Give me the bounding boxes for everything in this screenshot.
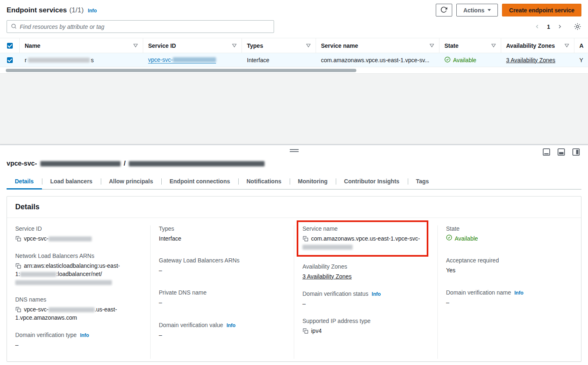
availability-zones-link[interactable]: 3 Availability Zones (506, 57, 555, 63)
types-text: Interface (247, 57, 269, 63)
field-label: State (446, 225, 573, 232)
value-text: 1: (15, 271, 20, 277)
state-text: Available (455, 234, 478, 243)
field-domain-verification-type: Domain verification typeInfo – (15, 332, 142, 349)
field-value: – (159, 266, 286, 274)
tab-monitoring[interactable]: Monitoring (290, 174, 336, 189)
settings-gear-icon[interactable] (574, 23, 581, 30)
info-link[interactable]: Info (514, 290, 523, 296)
field-label: Domain verification statusInfo (302, 290, 429, 297)
search-box[interactable] (7, 20, 274, 33)
column-label: Types (247, 42, 263, 49)
field-value: – (15, 341, 142, 349)
field-dns-names: DNS names vpce-svc-.us-east- 1.vpce.amaz… (15, 296, 142, 322)
field-value: – (446, 298, 573, 307)
horizontal-scrollbar-thumb[interactable] (6, 69, 356, 72)
field-value: vpce-svc-.us-east- 1.vpce.amazonaws.com (15, 305, 142, 322)
tab-endpoint-connections[interactable]: Endpoint connections (161, 174, 238, 189)
search-icon (11, 23, 17, 30)
redacted-text (49, 307, 95, 312)
field-label: DNS names (15, 296, 142, 303)
field-label: Availability Zones (302, 263, 429, 270)
field-value: Available (446, 234, 573, 243)
column-label: State (444, 42, 458, 49)
column-header-service-name[interactable]: Service name (316, 38, 439, 53)
row-select-cell (0, 53, 20, 67)
panel-position-bottom-icon[interactable] (542, 147, 551, 157)
field-value: 3 Availability Zones (302, 272, 429, 281)
value-text: arn:aws:elasticloadbalancing:us-east- (24, 262, 120, 269)
next-page-button[interactable] (557, 23, 563, 30)
check-circle-icon (444, 56, 451, 64)
service-name-text: com.amazonaws.vpce.us-east-1.vpce-sv... (321, 57, 430, 63)
filter-icon[interactable] (565, 44, 569, 47)
status-badge: Available (444, 56, 476, 64)
field-value: – (159, 298, 286, 307)
info-link[interactable]: Info (80, 332, 89, 338)
value-text: vpce-svc- (24, 235, 49, 242)
column-header-name[interactable]: Name (20, 38, 143, 53)
service-id-link[interactable]: vpce-svc- (148, 57, 216, 63)
tab-notifications[interactable]: Notifications (238, 174, 290, 189)
column-header-availability-zones[interactable]: Availability Zones (501, 38, 574, 53)
field-state: State Available (446, 225, 573, 243)
filter-icon[interactable] (430, 44, 434, 47)
actions-button[interactable]: Actions (456, 4, 498, 16)
service-id-text: vpce-svc- (148, 57, 173, 63)
redacted-text (173, 57, 216, 62)
previous-page-button[interactable] (534, 23, 540, 30)
tab-allow-principals[interactable]: Allow principals (101, 174, 161, 189)
endpoint-services-table: Name Service ID Types Service name State (0, 38, 588, 73)
field-value: Interface (159, 234, 286, 243)
column-header-service-id[interactable]: Service ID (143, 38, 242, 53)
column-header-state[interactable]: State (439, 38, 501, 53)
copy-icon[interactable] (302, 328, 309, 334)
filter-icon[interactable] (232, 44, 237, 47)
cell-name: r s (20, 53, 143, 67)
refresh-icon (440, 6, 447, 14)
panel-split-vertical-icon[interactable] (572, 147, 581, 157)
row-checkbox[interactable] (7, 57, 13, 63)
info-link[interactable]: Info (226, 323, 235, 328)
panel-title-separator: / (124, 160, 126, 167)
refresh-button[interactable] (436, 4, 452, 16)
info-link[interactable]: Info (88, 8, 97, 14)
page-number[interactable]: 1 (546, 23, 551, 30)
tab-load-balancers[interactable]: Load balancers (42, 174, 101, 189)
create-endpoint-service-button[interactable]: Create endpoint service (502, 4, 581, 16)
cell-types: Interface (242, 53, 316, 67)
filter-icon[interactable] (491, 44, 496, 47)
search-input[interactable] (20, 23, 270, 30)
details-card: Details Service ID vpce-svc- Network Loa… (7, 196, 581, 362)
select-all-checkbox[interactable] (7, 43, 13, 49)
value-text: ipv4 (311, 328, 322, 334)
tab-contributor-insights[interactable]: Contributor Insights (336, 174, 408, 189)
column-header-types[interactable]: Types (242, 38, 316, 53)
copy-icon[interactable] (15, 263, 21, 269)
column-header-acceptance[interactable]: A (574, 38, 588, 53)
copy-icon[interactable] (15, 307, 21, 313)
redacted-text (129, 161, 265, 166)
horizontal-scrollbar-track[interactable] (0, 67, 588, 73)
tab-details[interactable]: Details (7, 174, 42, 189)
app-root: Endpoint services (1/1) Info Actions Cre… (0, 0, 588, 365)
filter-icon[interactable] (306, 44, 311, 47)
table-header-row: Name Service ID Types Service name State (0, 38, 588, 53)
panel-split-horizontal-icon[interactable] (557, 147, 566, 157)
copy-icon[interactable] (302, 236, 309, 242)
copy-icon[interactable] (15, 236, 21, 242)
availability-zones-link[interactable]: 3 Availability Zones (302, 273, 352, 280)
split-panel-drag-handle[interactable] (290, 149, 299, 152)
field-label: Private DNS name (159, 289, 286, 296)
info-link[interactable]: Info (372, 291, 381, 297)
page-header: Endpoint services (1/1) Info Actions Cre… (0, 0, 588, 19)
cell-acceptance: Y (574, 53, 588, 67)
tab-tags[interactable]: Tags (408, 174, 437, 189)
page-title: Endpoint services (1/1) Info (7, 6, 97, 14)
table-row[interactable]: r s vpce-svc- Interface com.amazonaws.vp… (0, 53, 588, 67)
panel-title: vpce-svc- / (7, 145, 581, 167)
filter-icon[interactable] (133, 44, 138, 47)
field-label: Gateway Load Balancers ARNs (159, 257, 286, 264)
field-service-id: Service ID vpce-svc- (15, 225, 142, 243)
field-domain-verification-name: Domain verification nameInfo – (446, 289, 573, 307)
